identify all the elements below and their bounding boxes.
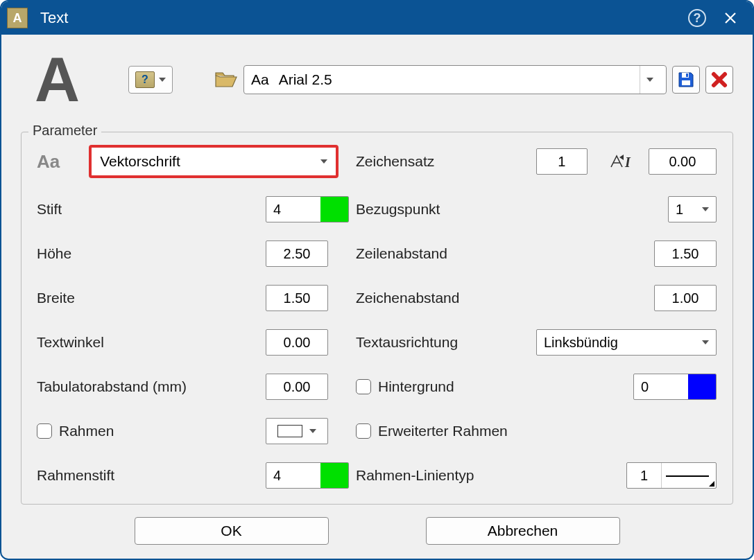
aa-icon: Aa <box>37 151 60 173</box>
close-button[interactable] <box>714 1 747 35</box>
charspacing-label: Zeichenabstand <box>356 290 536 306</box>
charset-input[interactable]: 1 <box>536 148 588 175</box>
tab-input[interactable]: 0.00 <box>266 374 328 400</box>
preset-select[interactable]: Aa Arial 2.5 <box>243 65 667 94</box>
framepen-input[interactable]: 4 <box>266 462 349 489</box>
parameter-grid: Aa Vektorschrift Zeichensatz 1 I <box>37 145 717 489</box>
group-title: Parameter <box>28 123 101 139</box>
height-input[interactable]: 2.50 <box>266 240 328 267</box>
background-color-swatch <box>688 374 716 399</box>
framepen-color-swatch <box>320 463 348 488</box>
framepen-label: Rahmenstift <box>37 467 266 484</box>
cancel-button[interactable]: Abbrechen <box>426 517 620 545</box>
dialog-content: A ? Aa Arial 2.5 <box>1 35 753 560</box>
extframe-checkbox[interactable] <box>356 423 371 439</box>
font-type-value: Vektorschrift <box>100 153 180 170</box>
width-label: Breite <box>37 290 266 306</box>
chevron-down-icon <box>702 207 709 211</box>
tab-label: Tabulatorabstand (mm) <box>37 378 266 395</box>
font-type-select[interactable]: Vektorschrift <box>89 145 339 178</box>
pen-color-swatch <box>320 197 348 222</box>
textangle-input[interactable]: 0.00 <box>266 329 328 356</box>
pen-input[interactable]: 4 <box>266 196 349 222</box>
chevron-down-icon <box>320 159 327 164</box>
textalign-select[interactable]: Linksbündig <box>536 329 717 356</box>
italic-angle-input[interactable]: 0.00 <box>649 148 717 175</box>
dialog-window: A Text ? A ? Aa Arial 2.5 <box>0 0 754 560</box>
linespacing-input[interactable]: 1.50 <box>654 240 717 267</box>
save-preset-button[interactable] <box>672 66 700 94</box>
frame-type-select[interactable] <box>266 418 328 444</box>
frameline-select[interactable]: 1 <box>626 462 717 489</box>
folder-open-icon[interactable] <box>214 70 238 89</box>
svg-rect-2 <box>686 73 688 77</box>
italic-angle-icon: I <box>610 153 640 170</box>
frame-label: Rahmen <box>59 423 114 439</box>
background-checkbox[interactable] <box>356 379 371 394</box>
background-label: Hintergrund <box>378 378 454 395</box>
svg-text:I: I <box>624 155 631 170</box>
pen-label: Stift <box>37 201 266 218</box>
svg-rect-1 <box>682 80 690 85</box>
linespacing-label: Zeilenabstand <box>356 245 536 262</box>
titlebar: A Text ? <box>1 1 753 35</box>
refpoint-label: Bezugspunkt <box>356 201 536 218</box>
text-tool-icon: A <box>35 49 80 111</box>
app-icon: A <box>7 8 28 28</box>
width-input[interactable]: 1.50 <box>266 285 328 311</box>
chevron-down-icon <box>702 340 709 344</box>
parameter-group: Parameter Aa Vektorschrift Zeichensatz 1 <box>21 132 733 505</box>
frame-checkbox[interactable] <box>37 423 52 439</box>
chevron-down-icon <box>159 78 166 82</box>
charset-label: Zeichensatz <box>356 153 536 170</box>
height-label: Höhe <box>37 245 266 262</box>
close-icon <box>724 12 737 24</box>
background-color-input[interactable]: 0 <box>633 374 717 400</box>
frameline-label: Rahmen-Linientyp <box>356 467 536 484</box>
preset-prefix: Aa <box>251 71 269 88</box>
refpoint-select[interactable]: 1 <box>668 196 717 222</box>
preset-label: Arial 2.5 <box>279 71 332 88</box>
textalign-label: Textausrichtung <box>356 334 536 351</box>
textangle-label: Textwinkel <box>37 334 266 351</box>
help-icon: ? <box>688 9 706 27</box>
chevron-down-icon <box>309 429 316 433</box>
delete-preset-button[interactable] <box>705 66 733 94</box>
save-icon <box>677 71 695 89</box>
help-button[interactable]: ? <box>680 1 714 35</box>
rectangle-icon <box>277 425 302 437</box>
catalog-dropdown[interactable]: ? <box>128 66 173 94</box>
window-title: Text <box>40 9 680 27</box>
delete-icon <box>710 71 728 89</box>
ok-button[interactable]: OK <box>135 517 329 545</box>
extframe-label: Erweiterter Rahmen <box>378 423 508 439</box>
dialog-buttons: OK Abbrechen <box>21 505 733 556</box>
line-preview-icon <box>662 463 716 488</box>
top-toolbar: A ? Aa Arial 2.5 <box>21 49 733 111</box>
book-icon: ? <box>135 71 155 88</box>
chevron-down-icon <box>646 78 653 82</box>
charspacing-input[interactable]: 1.00 <box>654 285 717 311</box>
preset-row: Aa Arial 2.5 <box>214 65 733 94</box>
